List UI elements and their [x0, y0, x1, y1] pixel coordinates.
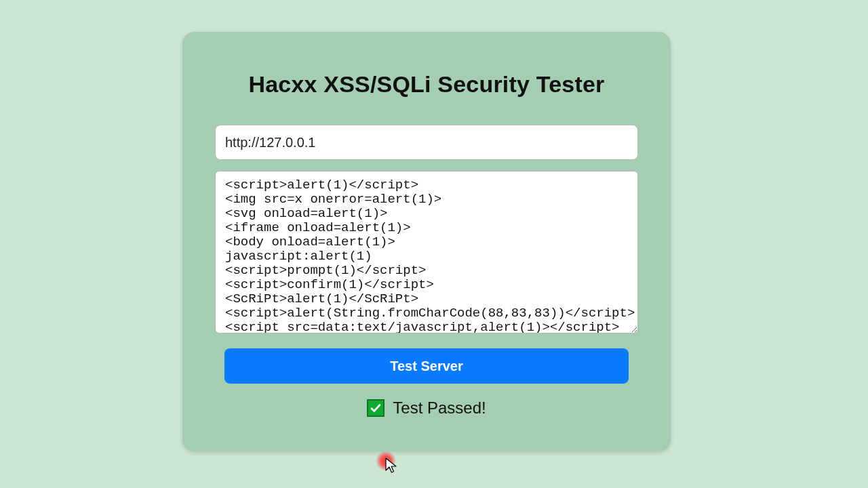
result-row: Test Passed! — [215, 399, 638, 418]
check-icon — [367, 399, 384, 417]
tester-card: Hacxx XSS/SQLi Security Tester Test Serv… — [182, 32, 671, 451]
url-input[interactable] — [215, 125, 638, 160]
payloads-textarea[interactable] — [215, 171, 638, 333]
cursor-highlight — [376, 451, 396, 471]
cursor-icon — [385, 458, 397, 476]
page-title: Hacxx XSS/SQLi Security Tester — [215, 71, 638, 98]
test-server-button[interactable]: Test Server — [224, 348, 629, 384]
result-text: Test Passed! — [393, 399, 486, 418]
